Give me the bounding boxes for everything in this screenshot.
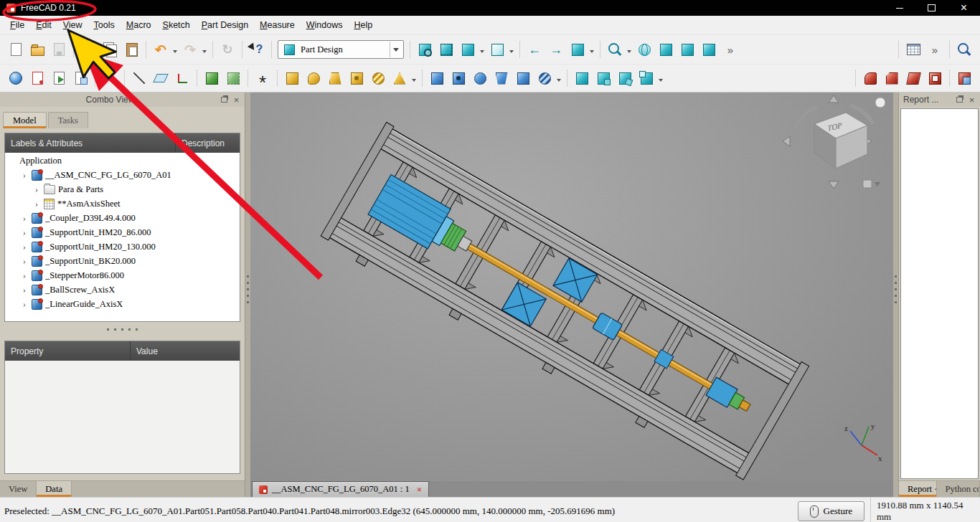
- datum-point-button[interactable]: [100, 68, 120, 88]
- tree-item-para-parts[interactable]: ›Para & Parts: [5, 182, 240, 196]
- expand-arrow[interactable]: ›: [20, 283, 29, 297]
- additive-primitive-button[interactable]: [390, 68, 410, 88]
- undo-dropdown[interactable]: [172, 41, 179, 58]
- expand-arrow[interactable]: ›: [20, 211, 29, 225]
- tree-item-linearguide-axisx[interactable]: ›_LinearGuide_AxisX: [5, 297, 240, 311]
- expand-arrow[interactable]: ›: [20, 297, 29, 311]
- mirrored-button[interactable]: [572, 68, 592, 88]
- menu-windows[interactable]: Windows: [301, 17, 349, 33]
- tree-item-application[interactable]: Application: [5, 153, 240, 168]
- report-float-icon[interactable]: [954, 95, 965, 105]
- expand-arrow[interactable]: ›: [32, 182, 41, 196]
- menu-view[interactable]: View: [57, 17, 88, 33]
- navigation-cube[interactable]: TOP: [780, 94, 887, 194]
- deps-button[interactable]: [253, 68, 273, 88]
- additive-pipe-button[interactable]: [347, 68, 367, 88]
- expand-arrow[interactable]: ›: [20, 268, 29, 283]
- tab-data[interactable]: Data: [37, 481, 72, 497]
- datum-line-button[interactable]: [129, 68, 149, 88]
- panel-splitter[interactable]: [0, 322, 245, 336]
- tab-model[interactable]: Model: [3, 112, 47, 128]
- nav-forward-button[interactable]: [546, 39, 566, 60]
- close-button[interactable]: ×: [948, 0, 980, 16]
- additive-helix-button[interactable]: [368, 68, 388, 88]
- nav-back-button[interactable]: [524, 39, 545, 60]
- spreadsheet-grid-button[interactable]: [903, 39, 923, 60]
- end-bearing-unit[interactable]: [706, 377, 753, 417]
- menu-file[interactable]: File: [4, 17, 30, 33]
- draw-style-button[interactable]: [487, 39, 507, 60]
- menu-edit[interactable]: Edit: [30, 17, 57, 33]
- minimize-button[interactable]: [883, 0, 915, 16]
- combo-view-close-icon[interactable]: ×: [231, 95, 242, 105]
- expand-arrow[interactable]: ›: [20, 168, 29, 182]
- pad-button[interactable]: [282, 68, 302, 88]
- tab-view[interactable]: View: [0, 481, 37, 497]
- thickness-button[interactable]: [925, 68, 945, 88]
- multitransform-button[interactable]: [636, 68, 656, 88]
- subtractive-helix-dropdown[interactable]: [556, 70, 562, 87]
- additive-loft-button[interactable]: [325, 68, 345, 88]
- view-home-button[interactable]: [567, 39, 588, 60]
- tree-item-coupler-d39l49-4-000[interactable]: ›_Coupler_D39L49.4.000: [5, 211, 240, 225]
- menu-help[interactable]: Help: [348, 17, 378, 33]
- workbench-dropdown-icon[interactable]: [390, 42, 402, 57]
- datum-plane-button[interactable]: [151, 68, 171, 88]
- menu-macro[interactable]: Macro: [121, 17, 157, 33]
- tab-report[interactable]: Report ··: [899, 481, 937, 497]
- cut-button[interactable]: [78, 39, 98, 60]
- open-folder-button[interactable]: [27, 39, 47, 60]
- boolean-button[interactable]: [954, 68, 974, 88]
- groove-button[interactable]: [470, 68, 490, 88]
- fillet-button[interactable]: [860, 68, 880, 88]
- tree-item-steppermotor86-000[interactable]: ›_StepperMotor86.000: [5, 268, 240, 283]
- view-front-button[interactable]: [656, 39, 676, 60]
- expand-arrow[interactable]: ›: [32, 196, 41, 211]
- menu-tools[interactable]: Tools: [88, 17, 121, 33]
- document-tab-close-icon[interactable]: ×: [417, 484, 422, 495]
- tree-item-asm-cnc-fg-lg-6070-a01[interactable]: ›__ASM_CNC_FG_LG_6070_A01: [5, 168, 240, 182]
- fit-selection-button[interactable]: [436, 39, 456, 60]
- view-right-button[interactable]: [699, 39, 719, 60]
- maximize-button[interactable]: [915, 0, 948, 16]
- local-cs-button[interactable]: [172, 68, 192, 88]
- report-close-icon[interactable]: ×: [966, 95, 977, 105]
- axonometric-dropdown[interactable]: [479, 41, 486, 58]
- view-home-dropdown[interactable]: [589, 41, 595, 58]
- zoom-dropdown[interactable]: [626, 41, 633, 58]
- view-top-button[interactable]: [677, 39, 697, 60]
- whats-this-button[interactable]: [247, 39, 267, 60]
- subtractive-pipe-button[interactable]: [513, 68, 533, 88]
- copy-button[interactable]: [100, 39, 120, 60]
- left-dock-splitter[interactable]: [245, 92, 250, 497]
- nav-up-arrow-icon[interactable]: [829, 95, 839, 103]
- save-button[interactable]: [49, 39, 69, 60]
- nav-mini-cube-icon[interactable]: [863, 180, 872, 188]
- revolve-button[interactable]: [303, 68, 324, 88]
- tree-item-asmaxissheet[interactable]: ›**AsmAxisSheet: [5, 196, 240, 211]
- overflow-button[interactable]: [925, 39, 945, 60]
- linear-pattern-button[interactable]: [593, 68, 613, 88]
- tree-item-supportunit-hm20-130-000[interactable]: ›_SupportUnit_HM20_130.000: [5, 239, 240, 254]
- refresh-button[interactable]: [217, 39, 237, 60]
- new-file-button[interactable]: [6, 39, 26, 60]
- tab-tasks[interactable]: Tasks: [48, 112, 88, 128]
- nav-cube-dropdown-icon[interactable]: [875, 182, 880, 186]
- edit-sketch-button[interactable]: [49, 68, 69, 88]
- draw-style-dropdown[interactable]: [509, 41, 515, 58]
- document-tab[interactable]: __ASM_CNC_FG_LG_6070_A01 : 1 ×: [252, 481, 429, 497]
- undo-button[interactable]: [151, 39, 171, 60]
- additive-primitive-dropdown[interactable]: [411, 70, 418, 87]
- gesture-nav-button[interactable]: Gesture: [798, 501, 864, 521]
- multitransform-dropdown[interactable]: [658, 70, 664, 87]
- redo-button[interactable]: [180, 39, 200, 60]
- polar-pattern-button[interactable]: [615, 68, 635, 88]
- 3d-view[interactable]: TOP z y x: [250, 92, 893, 481]
- create-sketch-button[interactable]: [27, 68, 47, 88]
- draft-button[interactable]: [903, 68, 923, 88]
- paste-button[interactable]: [121, 39, 141, 60]
- map-sketch-button[interactable]: [70, 68, 90, 88]
- sync-view-button[interactable]: [634, 39, 654, 60]
- expand-arrow[interactable]: ›: [20, 254, 29, 268]
- zoom-button[interactable]: [605, 39, 625, 60]
